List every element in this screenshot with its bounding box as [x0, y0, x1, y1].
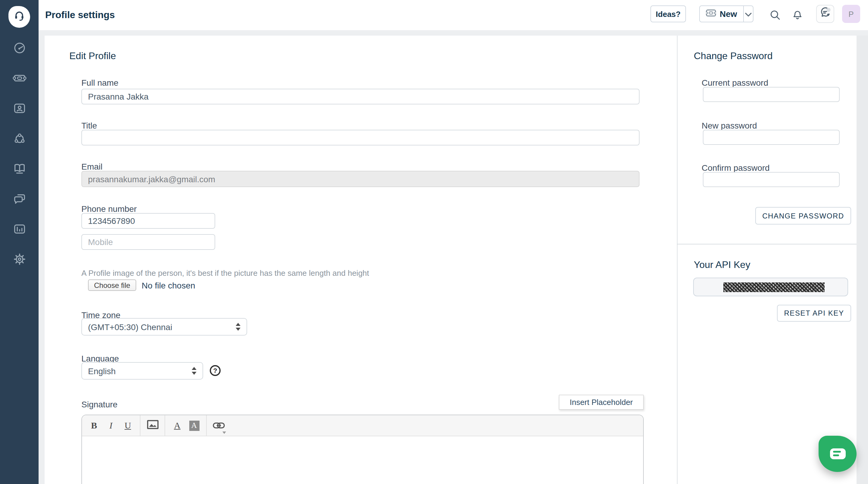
community-icon: [12, 131, 26, 147]
app-window: Profile settings Ideas? New: [0, 0, 868, 484]
new-ticket-button[interactable]: New: [700, 6, 743, 22]
sidebar-item-tickets[interactable]: [0, 72, 38, 86]
signature-label: Signature: [82, 400, 118, 409]
sidebar-item-dashboard[interactable]: [0, 41, 38, 56]
api-key-heading: Your API Key: [694, 259, 750, 271]
chat-launcher-button[interactable]: [818, 436, 857, 472]
panel-divider: [677, 36, 678, 484]
email-label: Email: [82, 162, 102, 171]
current-password-input[interactable]: [703, 87, 840, 102]
page-title: Profile settings: [45, 10, 115, 21]
sidebar: [0, 0, 38, 484]
sidebar-item-settings[interactable]: [0, 253, 38, 267]
search-icon[interactable]: [769, 9, 781, 21]
change-password-button[interactable]: CHANGE PASSWORD: [755, 207, 851, 225]
bold-button[interactable]: B: [86, 415, 102, 436]
sidebar-item-solutions[interactable]: [0, 162, 38, 177]
confirm-password-input[interactable]: [703, 172, 840, 187]
bg-color-button[interactable]: A: [186, 415, 203, 436]
confirm-password-label: Confirm password: [702, 163, 770, 173]
freshdesk-logo[interactable]: [8, 6, 30, 28]
link-caret-icon: [222, 431, 226, 434]
title-input[interactable]: [82, 130, 640, 145]
new-password-label: New password: [702, 121, 757, 130]
toolbar-divider: [164, 415, 165, 436]
profile-settings-card: Edit Profile Full name Title Email Phone…: [44, 36, 857, 484]
new-dropdown-caret[interactable]: [743, 6, 753, 22]
sidebar-item-community[interactable]: [0, 132, 38, 147]
insert-image-button[interactable]: [144, 415, 161, 436]
top-bar: Profile settings Ideas? New: [38, 0, 868, 30]
sidebar-item-contacts[interactable]: [0, 102, 38, 116]
current-password-label: Current password: [702, 78, 768, 87]
reset-api-key-button[interactable]: RESET API KEY: [777, 305, 851, 322]
new-ticket-split-button[interactable]: New: [699, 5, 753, 22]
tickets-icon: [12, 71, 26, 87]
insert-placeholder-button[interactable]: Insert Placeholder: [559, 395, 644, 410]
select-stepper-icon: [236, 323, 241, 331]
language-select[interactable]: English: [82, 362, 203, 379]
language-help-icon[interactable]: ?: [210, 365, 221, 376]
change-password-heading: Change Password: [694, 51, 773, 62]
mobile-input[interactable]: [82, 234, 215, 250]
feedback-button[interactable]: [816, 5, 834, 23]
ideas-button[interactable]: Ideas?: [650, 5, 686, 22]
toolbar-divider: [206, 415, 207, 436]
insert-link-button[interactable]: [210, 415, 227, 436]
contacts-icon: [12, 101, 26, 117]
no-file-chosen-text: No file chosen: [142, 280, 195, 290]
font-color-button[interactable]: A: [169, 415, 186, 436]
link-icon: [213, 420, 225, 431]
chevron-down-icon: [745, 9, 752, 19]
avatar[interactable]: P: [842, 5, 860, 23]
select-stepper-icon: [192, 367, 196, 375]
dashboard-icon: [12, 41, 26, 57]
sidebar-item-forums[interactable]: [0, 193, 38, 207]
choose-file-button[interactable]: Choose file: [88, 279, 136, 291]
signature-editor-area[interactable]: [82, 436, 643, 484]
profile-image-upload: Choose file No file chosen: [88, 279, 195, 291]
title-label: Title: [82, 121, 97, 130]
timezone-select[interactable]: (GMT+05:30) Chennai: [82, 318, 247, 336]
edit-profile-heading: Edit Profile: [69, 51, 116, 62]
phone-label: Phone number: [82, 204, 137, 213]
chat-bubble-icon: [830, 448, 845, 459]
toolbar-divider: [140, 415, 141, 436]
headset-icon: [12, 8, 27, 25]
api-key-redacted-value: [723, 282, 824, 292]
editor-toolbar: B I U A A: [82, 415, 643, 436]
ticket-icon: [706, 9, 716, 19]
full-name-label: Full name: [82, 78, 119, 87]
phone-input[interactable]: [82, 213, 215, 229]
solutions-icon: [12, 162, 26, 178]
scrollbar-track[interactable]: [857, 36, 868, 484]
forums-icon: [12, 192, 26, 208]
sidebar-item-analytics[interactable]: [0, 223, 38, 237]
email-input: [82, 171, 640, 187]
full-name-input[interactable]: [82, 89, 640, 105]
feedback-chat-icon: [818, 6, 832, 22]
api-key-field: [693, 278, 848, 296]
image-icon: [147, 420, 158, 431]
settings-icon: [12, 252, 26, 268]
bell-icon[interactable]: [792, 9, 804, 21]
signature-editor: B I U A A: [82, 415, 644, 484]
new-password-input[interactable]: [703, 130, 840, 145]
analytics-icon: [12, 222, 26, 238]
underline-button[interactable]: U: [119, 415, 136, 436]
profile-image-hint: A Profile image of the person, it's best…: [82, 268, 369, 278]
section-divider: [677, 244, 857, 245]
italic-button[interactable]: I: [102, 415, 119, 436]
